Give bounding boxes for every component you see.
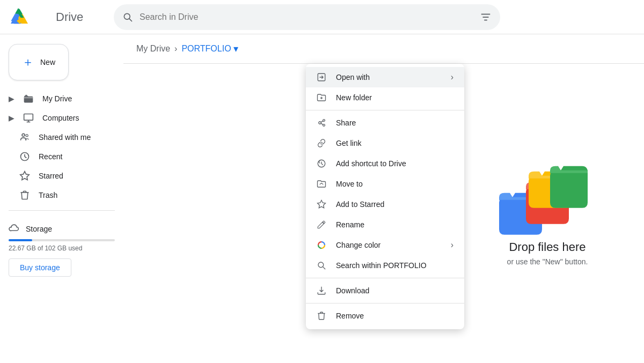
rename-icon — [317, 220, 327, 229]
menu-item-open-with[interactable]: Open with › — [306, 67, 464, 87]
svg-marker-28 — [318, 201, 326, 208]
storage-used-text: 22.67 GB of 102 GB used — [9, 245, 115, 252]
nav-expand-icon: ▶ — [9, 114, 14, 122]
svg-point-15 — [26, 135, 28, 137]
sidebar-item-my-drive[interactable]: ▶ My Drive — [0, 89, 115, 108]
shortcut-icon — [317, 159, 327, 168]
svg-point-23 — [323, 120, 325, 122]
sidebar-item-starred[interactable]: Starred — [0, 166, 115, 186]
content-area: My Drive › PORTFOLIO ▾ Open with › — [123, 34, 644, 363]
sidebar-item-recent[interactable]: Recent — [0, 147, 115, 166]
trash-icon — [19, 190, 30, 201]
filter-icon[interactable] — [480, 11, 492, 23]
svg-rect-10 — [24, 97, 33, 103]
menu-item-add-starred[interactable]: Add to Starred — [306, 194, 464, 214]
sidebar-item-shared[interactable]: Shared with me — [0, 128, 115, 147]
menu-item-search-within[interactable]: Search within PORTFOLIO — [306, 255, 464, 276]
menu-divider-2 — [306, 278, 464, 278]
drop-title: Drop files here — [509, 240, 586, 254]
buy-storage-button[interactable]: Buy storage — [9, 258, 71, 277]
open-with-label: Open with — [336, 73, 442, 82]
recent-label: Recent — [39, 152, 62, 161]
cloud-icon — [9, 223, 19, 235]
svg-point-22 — [319, 122, 321, 124]
breadcrumb-current[interactable]: PORTFOLIO ▾ — [181, 43, 238, 55]
menu-divider-1 — [306, 110, 464, 110]
new-button-label: New — [40, 58, 55, 66]
recent-icon — [19, 151, 30, 162]
rename-label: Rename — [336, 220, 453, 229]
breadcrumb-dropdown-icon: ▾ — [233, 43, 238, 55]
shared-icon — [19, 132, 30, 143]
breadcrumb: My Drive › PORTFOLIO ▾ — [123, 34, 644, 64]
open-with-icon — [317, 72, 327, 82]
folder-illustration — [494, 154, 601, 240]
sidebar-divider — [9, 210, 115, 211]
svg-line-26 — [321, 123, 323, 125]
menu-item-add-shortcut[interactable]: Add shortcut to Drive — [306, 153, 464, 174]
remove-icon — [317, 311, 327, 321]
svg-line-31 — [323, 267, 325, 269]
menu-item-rename[interactable]: Rename — [306, 214, 464, 235]
menu-item-change-color[interactable]: Change color › — [306, 235, 464, 255]
menu-divider-3 — [306, 303, 464, 303]
app-header: Drive — [0, 0, 644, 34]
svg-line-6 — [129, 18, 132, 21]
menu-item-get-link[interactable]: Get link — [306, 133, 464, 153]
change-color-label: Change color — [336, 241, 442, 249]
starred-icon — [19, 171, 30, 181]
storage-bar-bg — [9, 239, 115, 241]
storage-section: Storage 22.67 GB of 102 GB used Buy stor… — [0, 216, 123, 283]
drive-logo-icon — [9, 6, 28, 26]
link-icon — [317, 138, 327, 148]
search-within-label: Search within PORTFOLIO — [336, 261, 453, 270]
svg-line-25 — [321, 121, 323, 122]
search-input[interactable] — [140, 12, 473, 22]
sidebar-item-computers[interactable]: ▶ Computers — [0, 108, 115, 128]
logo-text: Drive — [56, 10, 83, 24]
breadcrumb-parent[interactable]: My Drive — [136, 44, 170, 54]
new-folder-icon — [317, 93, 327, 102]
sidebar: ＋ New ▶ My Drive ▶ — [0, 34, 123, 363]
menu-item-share[interactable]: Share — [306, 113, 464, 133]
menu-item-new-folder[interactable]: New folder — [306, 87, 464, 108]
svg-rect-11 — [24, 114, 33, 121]
submenu-arrow-color: › — [451, 240, 453, 250]
share-icon — [317, 118, 327, 128]
move-to-label: Move to — [336, 180, 453, 188]
add-starred-icon — [317, 199, 327, 209]
my-drive-icon — [23, 93, 34, 104]
search-within-icon — [317, 261, 327, 270]
main-layout: ＋ New ▶ My Drive ▶ — [0, 34, 644, 363]
storage-label: Storage — [9, 223, 115, 235]
add-shortcut-label: Add shortcut to Drive — [336, 159, 453, 168]
remove-label: Remove — [336, 312, 453, 320]
share-label: Share — [336, 118, 453, 127]
my-drive-label: My Drive — [42, 94, 72, 103]
menu-item-download[interactable]: Download — [306, 280, 464, 301]
breadcrumb-separator: › — [174, 44, 177, 54]
download-label: Download — [336, 286, 453, 295]
color-icon — [317, 240, 327, 250]
download-icon — [317, 286, 327, 295]
svg-line-18 — [25, 157, 26, 158]
sidebar-item-trash[interactable]: Trash — [0, 186, 115, 205]
drop-zone: Drop files here or use the "New" button. — [494, 154, 601, 265]
drop-subtitle: or use the "New" button. — [507, 257, 588, 265]
new-button[interactable]: ＋ New — [9, 44, 69, 80]
svg-point-24 — [323, 124, 325, 127]
storage-bar-fill — [9, 239, 32, 241]
trash-label: Trash — [39, 191, 57, 199]
computers-icon — [23, 113, 34, 123]
starred-label: Starred — [39, 172, 63, 180]
shared-label: Shared with me — [39, 133, 91, 142]
new-folder-label: New folder — [336, 93, 453, 102]
add-starred-label: Add to Starred — [336, 200, 453, 209]
context-menu: Open with › New folder — [306, 64, 464, 329]
move-icon — [317, 179, 327, 189]
svg-marker-19 — [20, 172, 30, 180]
menu-item-remove[interactable]: Remove — [306, 306, 464, 326]
logo-area: Drive — [9, 6, 105, 28]
submenu-arrow: › — [451, 72, 453, 82]
menu-item-move-to[interactable]: Move to — [306, 174, 464, 194]
